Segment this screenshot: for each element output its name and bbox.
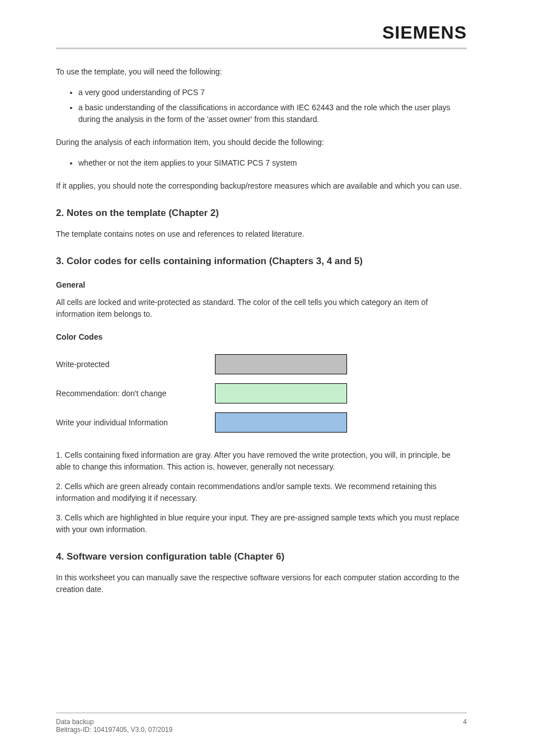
list-item: a very good understanding of PCS 7 [78,87,467,98]
footer-right: 4 [463,718,467,734]
swatch-label: Write-protected [56,359,215,370]
numbered-item: 2. Cells which are green already contain… [56,481,467,504]
footer-left: Data backup Beitrags-ID: 104197405, V3.0… [56,718,172,734]
item-text: Cells containing fixed information are g… [56,450,451,471]
color-swatches: Write-protected Recommendation: don't ch… [56,354,347,433]
swatch-row: Write your individual Information [56,412,347,433]
subsection-heading-general: General [56,279,467,291]
swatch-box-green [215,383,347,403]
item-text: Cells which are green already contain re… [56,482,437,503]
section-heading-template: 2. Notes on the template (Chapter 2) [56,206,467,220]
intro-paragraph: To use the template, you will need the f… [56,66,467,78]
list-item: whether or not the item applies to your … [78,157,467,169]
item-text: Cells which are highlighted in blue requ… [56,513,459,534]
swatch-label: Recommendation: don't change [56,388,215,400]
list-item: a basic understanding of the classificat… [78,102,467,125]
subsection-heading-codes: Color Codes [56,331,467,343]
swatch-box-blue [215,412,347,433]
page-header: SIEMENS [56,22,467,49]
template-note: The template contains notes on use and r… [56,228,467,240]
swatch-row: Recommendation: don't change [56,383,347,403]
page-number: 4 [463,718,467,726]
section-heading-config: 4. Software version configuration table … [56,550,467,564]
secondary-paragraph: During the analysis of each information … [56,137,467,148]
page-footer: Data backup Beitrags-ID: 104197405, V3.0… [56,712,467,734]
requirements-list: a very good understanding of PCS 7 a bas… [56,87,467,125]
footer-title: Data backup [56,718,172,726]
config-text: In this worksheet you can manually save … [56,572,467,595]
swatch-box-gray [215,354,347,374]
brand-logo: SIEMENS [382,22,467,43]
footer-id: Beitrags-ID: 104197405, V3.0, 07/2019 [56,726,172,734]
item-number: 1. [56,450,63,459]
section-heading-color: 3. Color codes for cells containing info… [56,254,467,269]
general-text: All cells are locked and write-protected… [56,297,467,320]
numbered-item: 3. Cells which are highlighted in blue r… [56,512,467,536]
decision-list: whether or not the item applies to your … [56,157,467,169]
swatch-row: Write-protected [56,354,347,374]
item-number: 3. [56,513,63,522]
page-content: To use the template, you will need the f… [56,66,467,595]
swatch-label: Write your individual Information [56,417,215,429]
item-number: 2. [56,482,63,491]
tertiary-paragraph: If it applies, you should note the corre… [56,180,467,192]
numbered-item: 1. Cells containing fixed information ar… [56,449,467,473]
